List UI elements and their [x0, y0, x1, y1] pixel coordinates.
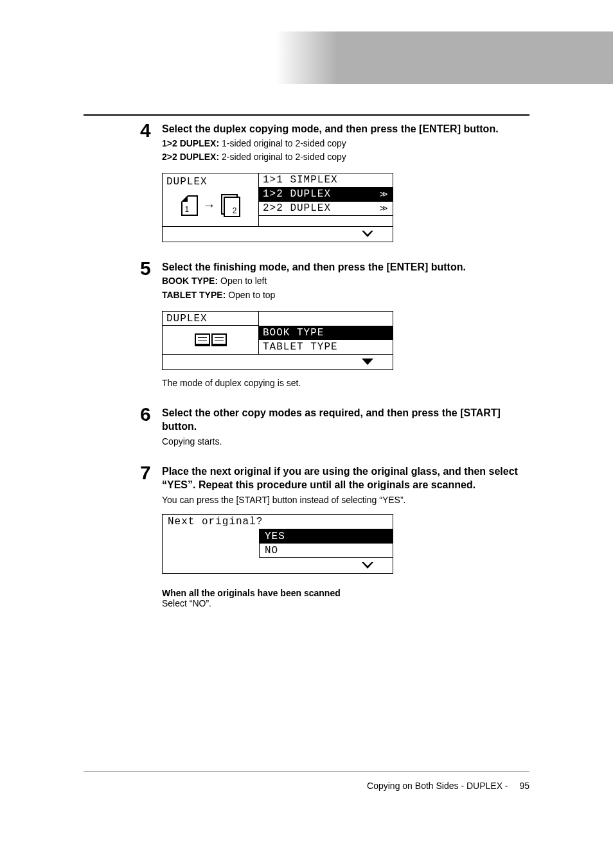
lcd-option-yes[interactable]: YES: [259, 529, 393, 544]
lcd-option-2to2-duplex[interactable]: 2>2 DUPLEX ≫: [259, 202, 393, 216]
lcd-title: DUPLEX: [163, 312, 258, 326]
desc-label: TABLET TYPE:: [162, 290, 226, 300]
step-7: 7 Place the next original if you are usi…: [140, 465, 529, 608]
step-title: Select the duplex copying mode, and then…: [162, 122, 529, 136]
lcd-option-label: 1>2 DUPLEX: [263, 188, 331, 200]
down-triangle-icon: [362, 359, 373, 365]
lcd-option-book-type[interactable]: BOOK TYPE: [259, 326, 393, 340]
lcd-title: Next original?: [163, 515, 393, 529]
duplex-1to2-icon: 1 → 1 2: [166, 188, 254, 224]
page-footer: Copying on Both Sides - DUPLEX - 95: [367, 781, 529, 791]
page-content: 4 Select the duplex copying mode, and th…: [140, 122, 529, 626]
lcd-scroll-indicator: [163, 226, 393, 242]
step-result-text: Copying starts.: [162, 436, 529, 447]
lcd-option-label: 1>1 SIMPLEX: [263, 174, 338, 186]
book-open-icon: [163, 326, 258, 354]
lcd-next-original: Next original? YES NO: [162, 514, 393, 574]
footer-rule: [84, 771, 529, 772]
step-desc-line: 2>2 DUPLEX: 2-sided original to 2-sided …: [162, 151, 529, 164]
lcd-scroll-indicator: [163, 558, 393, 573]
step-5: 5 Select the finishing mode, and then pr…: [140, 260, 529, 388]
step-desc-line: 1>2 DUPLEX: 1-sided original to 2-sided …: [162, 137, 529, 150]
step-note: You can press the [START] button instead…: [162, 495, 529, 505]
footer-title: Copying on Both Sides - DUPLEX -: [367, 781, 508, 791]
lcd-title: DUPLEX: [166, 176, 254, 188]
step-title: Place the next original if you are using…: [162, 465, 529, 492]
lcd-option-simplex[interactable]: 1>1 SIMPLEX: [259, 173, 393, 188]
down-triangle-icon: [362, 231, 373, 237]
lcd-option-label: TABLET TYPE: [263, 341, 338, 353]
step-title: Select the finishing mode, and then pres…: [162, 260, 529, 274]
desc-label: 1>2 DUPLEX:: [162, 138, 219, 148]
subnote-text: Select “NO”.: [162, 598, 529, 608]
lcd-option-label: BOOK TYPE: [263, 327, 324, 339]
step-6: 6 Select the other copy modes as require…: [140, 406, 529, 447]
desc-text: 1-sided original to 2-sided copy: [219, 138, 346, 148]
page-number: 95: [519, 781, 529, 791]
step-number: 7: [140, 463, 162, 483]
down-triangle-icon: [362, 562, 373, 569]
step-desc-line: BOOK TYPE: Open to left: [162, 275, 529, 288]
lcd-finishing-mode: DUPLEX BOOK TYPE TABLET TYPE: [162, 311, 393, 370]
step-desc-line: TABLET TYPE: Open to top: [162, 289, 529, 302]
desc-text: Open to top: [226, 290, 275, 300]
chevron-right-icon: ≫: [380, 204, 389, 213]
header-rule: [84, 114, 529, 116]
header-band: [0, 31, 613, 84]
subnote-heading: When all the originals have been scanned: [162, 588, 529, 598]
desc-text: 2-sided original to 2-sided copy: [219, 152, 346, 162]
desc-label: 2>2 DUPLEX:: [162, 152, 219, 162]
chevron-right-icon: ≫: [380, 190, 389, 199]
lcd-option-1to2-duplex[interactable]: 1>2 DUPLEX ≫: [259, 188, 393, 202]
step-result-text: The mode of duplex copying is set.: [162, 378, 529, 388]
desc-text: Open to left: [218, 276, 267, 286]
lcd-option-no[interactable]: NO: [259, 544, 393, 558]
step-title: Select the other copy modes as required,…: [162, 406, 529, 434]
step-number: 6: [140, 405, 162, 424]
step-number: 4: [140, 121, 162, 140]
lcd-option-tablet-type[interactable]: TABLET TYPE: [259, 340, 393, 354]
lcd-scroll-indicator: [163, 354, 393, 369]
lcd-duplex-mode: DUPLEX 1 → 1 2 1>1 SI: [162, 173, 393, 242]
desc-label: BOOK TYPE:: [162, 276, 218, 286]
lcd-option-label: 2>2 DUPLEX: [263, 202, 331, 214]
step-number: 5: [140, 259, 162, 278]
step-subnote: When all the originals have been scanned…: [162, 588, 529, 608]
step-4: 4 Select the duplex copying mode, and th…: [140, 122, 529, 242]
